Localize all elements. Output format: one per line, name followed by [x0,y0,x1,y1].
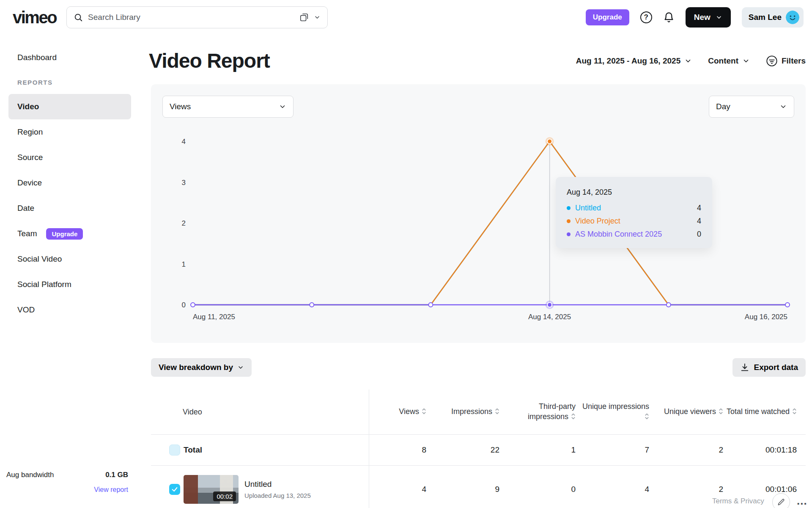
new-button[interactable]: New [686,7,731,28]
bandwidth-label: Aug bandwidth [6,471,54,479]
row-third-party-impressions: 0 [499,485,576,494]
new-button-label: New [694,13,710,22]
user-menu-button[interactable]: Sam Lee [742,7,804,28]
sort-icon[interactable] [792,407,797,417]
sort-icon[interactable] [571,412,576,422]
feedback-pen-button[interactable] [772,493,790,508]
date-range-picker[interactable]: Aug 11, 2025 - Aug 16, 2025 [576,56,692,66]
chevron-down-icon[interactable] [314,14,321,21]
search-bar[interactable] [66,6,328,28]
sidebar-item-label: Social Video [17,254,62,264]
video-title[interactable]: Untitled [244,480,311,489]
user-name: Sam Lee [749,13,782,22]
sidebar-item-team[interactable]: Team Upgrade [8,221,131,246]
column-label: Total time watched [727,407,790,416]
total-impressions: 22 [426,445,499,455]
chevron-down-icon [237,364,244,371]
view-report-link[interactable]: View report [6,486,128,494]
filter-icon [766,55,778,67]
filters-button[interactable]: Filters [766,55,806,67]
content-dropdown[interactable]: Content [708,56,750,66]
search-input[interactable] [88,13,294,22]
tooltip-row: AS Mobbin Connect 2025 0 [567,230,701,239]
series-dot-icon [567,206,571,210]
column-header-unique-impressions[interactable]: Unique impressions [576,401,649,423]
more-options-button[interactable]: ... [797,494,807,508]
sidebar-item-device[interactable]: Device [8,170,131,196]
interval-dropdown-value: Day [716,102,730,111]
interval-dropdown[interactable]: Day [709,96,794,118]
column-header-total-time-watched[interactable]: Total time watched [723,406,797,417]
column-header-third-party-impressions[interactable]: Third-party impressions [499,401,576,423]
sidebar-item-dashboard[interactable]: Dashboard [8,45,131,70]
chart-tooltip: Aug 14, 2025 Untitled 4 Video Project 4 … [556,177,712,248]
pen-icon [777,498,785,506]
total-row-label: Total [184,445,202,455]
sort-icon[interactable] [719,407,723,417]
column-label: Video [183,408,202,416]
column-header-unique-viewers[interactable]: Unique viewers [649,406,723,417]
sidebar-item-label: Team [17,229,37,238]
page-title: Video Report [149,49,270,72]
total-views: 8 [369,445,426,455]
sidebar-item-label: Source [17,153,43,162]
view-breakdown-button[interactable]: View breakdown by [151,358,252,377]
chevron-down-icon [779,103,787,110]
sidebar-item-social-platform[interactable]: Social Platform [8,272,131,297]
metric-dropdown[interactable]: Views [162,96,294,118]
vimeo-logo[interactable]: vimeo [13,8,56,27]
sidebar-footer: Aug bandwidth 0.1 GB View report [6,471,128,494]
column-header-views[interactable]: Views [369,406,426,417]
sort-icon[interactable] [495,407,499,417]
sidebar-item-label: Date [17,204,34,213]
column-header-video: Video [151,407,369,417]
sidebar-item-source[interactable]: Source [8,145,131,170]
select-all-checkbox[interactable] [169,444,180,456]
row-unique-viewers: 2 [649,485,723,494]
collections-icon[interactable] [299,13,309,22]
total-unique-viewers: 2 [649,445,723,455]
svg-text:2: 2 [182,219,186,227]
sidebar-item-label: VOD [17,305,35,315]
topbar-actions: Upgrade ? New Sam Lee [586,7,804,28]
total-unique-impressions: 7 [576,445,649,455]
column-label: Views [399,407,419,416]
date-range-label: Aug 11, 2025 - Aug 16, 2025 [576,56,680,66]
sidebar: Dashboard REPORTS Video Region Source De… [0,35,140,508]
download-icon [740,363,749,372]
notifications-bell-icon[interactable] [663,12,675,23]
row-checkbox[interactable] [169,484,180,495]
tooltip-series-label: Untitled [575,204,601,213]
help-icon[interactable]: ? [640,11,652,23]
sidebar-item-vod[interactable]: VOD [8,297,131,323]
export-data-button[interactable]: Export data [732,358,806,377]
column-label: Unique viewers [664,407,716,416]
sidebar-item-date[interactable]: Date [8,196,131,221]
row-views: 4 [369,485,426,494]
terms-privacy-link[interactable]: Terms & Privacy [712,497,764,505]
sort-icon[interactable] [645,412,649,422]
sidebar-item-social-video[interactable]: Social Video [8,246,131,272]
sidebar-item-video[interactable]: Video [8,94,131,119]
sidebar-item-label: Social Platform [17,280,71,289]
svg-text:Aug 11, 2025: Aug 11, 2025 [193,313,235,321]
video-duration-badge: 00:02 [213,491,236,501]
search-icon [74,13,83,22]
video-thumbnail[interactable]: 00:02 [184,475,239,504]
table-header-row: Video Views Impressions Third-party impr… [151,389,806,435]
row-total-time-watched: 00:01:06 [723,485,797,494]
upgrade-button[interactable]: Upgrade [586,9,629,25]
team-upgrade-badge[interactable]: Upgrade [46,228,83,240]
sidebar-section-reports: REPORTS [8,70,131,94]
column-label: Third-party impressions [528,402,576,421]
column-divider [369,389,369,508]
sort-icon[interactable] [422,407,426,417]
column-header-impressions[interactable]: Impressions [426,406,499,417]
series-dot-icon [567,219,571,223]
sidebar-item-label: Device [17,178,42,188]
sidebar-item-region[interactable]: Region [8,119,131,145]
tooltip-date: Aug 14, 2025 [567,188,701,197]
chevron-down-icon [279,103,286,110]
filters-label: Filters [782,56,806,66]
svg-text:3: 3 [182,179,186,187]
